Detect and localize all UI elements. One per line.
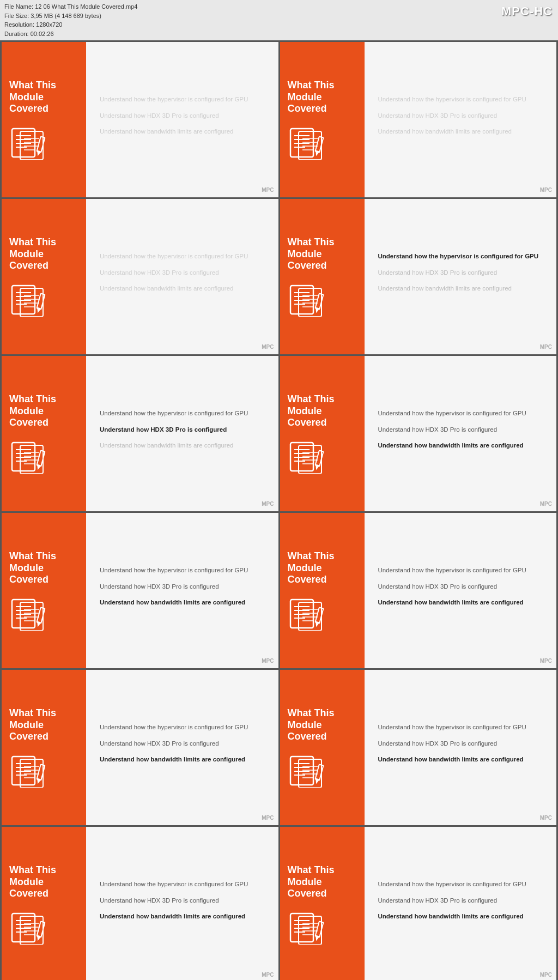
bullet-item: Understand how bandwidth limits are conf… — [100, 912, 268, 921]
bullet-item: Understand how bandwidth limits are conf… — [100, 441, 268, 450]
slide-right-panel: Understand how the hypervisor is configu… — [365, 513, 557, 668]
svg-rect-118 — [315, 764, 323, 780]
document-icon — [288, 284, 326, 317]
bullet-item: Understand how HDX 3D Pro is configured — [100, 740, 268, 748]
document-icon — [288, 755, 326, 788]
slide-card: What This Module Covered Understand how … — [2, 513, 278, 668]
bullet-item: Understand how bandwidth limits are conf… — [378, 285, 546, 293]
bullet-item: Understand how HDX 3D Pro is configured — [378, 583, 546, 591]
bullet-item: Understand how the hypervisor is configu… — [100, 880, 268, 889]
card-watermark: MPC — [262, 815, 274, 821]
card-watermark: MPC — [262, 658, 274, 664]
card-watermark: MPC — [262, 187, 274, 193]
slide-left-panel: What This Module Covered — [2, 199, 86, 354]
slide-title: What This Module Covered — [288, 80, 358, 115]
slide-left-panel: What This Module Covered — [2, 513, 86, 668]
bullet-item: Understand how HDX 3D Pro is configured — [100, 426, 268, 434]
slide-card: What This Module Covered Understand how … — [2, 356, 278, 511]
slide-card: What This Module Covered Understand how … — [2, 670, 278, 825]
bullet-item: Understand how the hypervisor is configu… — [378, 723, 546, 732]
slide-left-panel: What This Module Covered — [2, 356, 86, 511]
card-watermark: MPC — [540, 344, 552, 350]
bullet-item: Understand how HDX 3D Pro is configured — [100, 897, 268, 905]
slide-left-panel: What This Module Covered — [2, 827, 86, 980]
slide-card: What This Module Covered Understand how … — [280, 356, 557, 511]
card-watermark: MPC — [540, 972, 552, 978]
slide-right-panel: Understand how the hypervisor is configu… — [86, 356, 278, 511]
card-watermark: MPC — [540, 815, 552, 821]
bullet-item: Understand how bandwidth limits are conf… — [100, 285, 268, 293]
mpc-hc-logo: MPC-HC — [501, 2, 553, 20]
document-icon — [9, 912, 47, 945]
bullet-item: Understand how the hypervisor is configu… — [378, 880, 546, 889]
bullet-item: Understand how HDX 3D Pro is configured — [378, 897, 546, 905]
slide-title: What This Module Covered — [288, 707, 358, 743]
file-size: File Size: 3,95 MB (4 148 689 bytes) — [4, 11, 554, 21]
svg-rect-142 — [315, 921, 323, 937]
slide-left-panel: What This Module Covered — [2, 42, 86, 197]
slide-title: What This Module Covered — [9, 864, 80, 900]
svg-rect-34 — [37, 293, 45, 309]
slide-card: What This Module Covered Understand how … — [280, 42, 557, 197]
svg-rect-10 — [37, 136, 45, 152]
bullet-item: Understand how HDX 3D Pro is configured — [378, 112, 546, 120]
document-icon — [9, 755, 47, 788]
card-watermark: MPC — [262, 344, 274, 350]
slide-left-panel: What This Module Covered — [2, 670, 86, 825]
document-icon — [288, 441, 326, 474]
document-icon — [288, 912, 326, 945]
bullet-item: Understand how the hypervisor is configu… — [378, 252, 546, 261]
slide-left-panel: What This Module Covered — [280, 356, 365, 511]
svg-rect-106 — [37, 764, 45, 780]
slide-right-panel: Understand how the hypervisor is configu… — [86, 199, 278, 354]
bullet-item: Understand how bandwidth limits are conf… — [378, 128, 546, 136]
document-icon — [288, 598, 326, 631]
slide-title: What This Module Covered — [9, 551, 80, 586]
slide-right-panel: Understand how the hypervisor is configu… — [86, 827, 278, 980]
slides-grid: What This Module Covered Understand how … — [0, 40, 558, 980]
slide-title: What This Module Covered — [288, 394, 358, 429]
slide-card: What This Module Covered Understand how … — [280, 513, 557, 668]
slide-left-panel: What This Module Covered — [280, 827, 365, 980]
slide-right-panel: Understand how the hypervisor is configu… — [86, 42, 278, 197]
bullet-item: Understand how the hypervisor is configu… — [378, 409, 546, 418]
svg-rect-58 — [37, 450, 45, 466]
slide-title: What This Module Covered — [288, 237, 358, 272]
document-icon — [9, 284, 47, 317]
svg-rect-130 — [37, 921, 45, 937]
file-name: File Name: 12 06 What This Module Covere… — [4, 2, 554, 11]
slide-card: What This Module Covered Understand how … — [280, 670, 557, 825]
document-icon — [9, 127, 47, 160]
slide-card: What This Module Covered Understand how … — [280, 827, 557, 980]
bullet-item: Understand how bandwidth limits are conf… — [100, 755, 268, 764]
bullet-item: Understand how bandwidth limits are conf… — [378, 912, 546, 921]
bullet-item: Understand how HDX 3D Pro is configured — [100, 583, 268, 591]
svg-rect-46 — [315, 293, 323, 309]
bullet-item: Understand how HDX 3D Pro is configured — [378, 740, 546, 748]
resolution: Resolution: 1280x720 — [4, 20, 554, 29]
bullet-item: Understand how HDX 3D Pro is configured — [100, 269, 268, 277]
bullet-item: Understand how HDX 3D Pro is configured — [100, 112, 268, 120]
bullet-item: Understand how the hypervisor is configu… — [100, 723, 268, 732]
duration: Duration: 00:02:26 — [4, 29, 554, 39]
slide-title: What This Module Covered — [9, 80, 80, 115]
slide-right-panel: Understand how the hypervisor is configu… — [365, 199, 557, 354]
slide-right-panel: Understand how the hypervisor is configu… — [365, 670, 557, 825]
document-icon — [288, 127, 326, 160]
slide-left-panel: What This Module Covered — [280, 42, 365, 197]
slide-right-panel: Understand how the hypervisor is configu… — [365, 827, 557, 980]
document-icon — [9, 441, 47, 474]
slide-card: What This Module Covered Understand how … — [280, 199, 557, 354]
bullet-item: Understand how bandwidth limits are conf… — [378, 755, 546, 764]
svg-rect-82 — [37, 607, 45, 623]
bullet-item: Understand how bandwidth limits are conf… — [378, 441, 546, 450]
slide-right-panel: Understand how the hypervisor is configu… — [86, 670, 278, 825]
bullet-item: Understand how the hypervisor is configu… — [100, 566, 268, 575]
slide-card: What This Module Covered Understand how … — [2, 42, 278, 197]
slide-left-panel: What This Module Covered — [280, 670, 365, 825]
bullet-item: Understand how bandwidth limits are conf… — [100, 128, 268, 136]
slide-title: What This Module Covered — [288, 551, 358, 586]
card-watermark: MPC — [262, 501, 274, 507]
card-watermark: MPC — [540, 187, 552, 193]
card-watermark: MPC — [262, 972, 274, 978]
